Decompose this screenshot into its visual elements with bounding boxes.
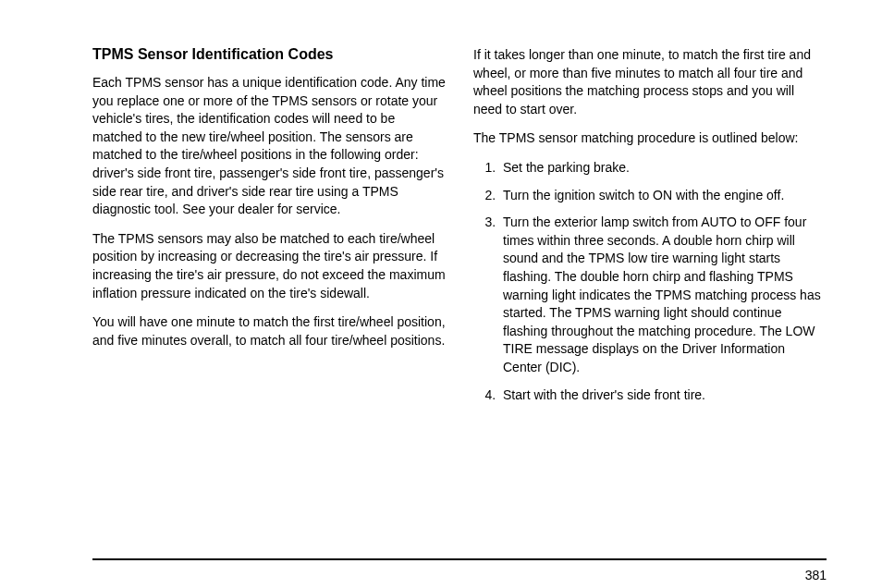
list-item: Set the parking brake. <box>499 159 827 178</box>
paragraph: If it takes longer than one minute, to m… <box>473 46 827 118</box>
paragraph: Each TPMS sensor has a unique identifica… <box>92 74 446 219</box>
paragraph: You will have one minute to match the fi… <box>92 313 446 349</box>
page-footer: 381 <box>92 558 827 560</box>
procedure-list: Set the parking brake. Turn the ignition… <box>473 159 827 404</box>
left-column: TPMS Sensor Identification Codes Each TP… <box>92 46 446 413</box>
list-item: Start with the driver's side front tire. <box>499 386 827 405</box>
list-item: Turn the ignition switch to ON with the … <box>499 187 827 205</box>
page-number: 381 <box>805 568 827 582</box>
list-item: Turn the exterior lamp switch from AUTO … <box>499 214 827 376</box>
page-content: TPMS Sensor Identification Codes Each TP… <box>92 46 827 413</box>
right-column: If it takes longer than one minute, to m… <box>473 46 827 413</box>
paragraph: The TPMS sensor matching procedure is ou… <box>473 129 827 148</box>
section-heading: TPMS Sensor Identification Codes <box>92 46 446 63</box>
paragraph: The TPMS sensors may also be matched to … <box>92 230 446 302</box>
